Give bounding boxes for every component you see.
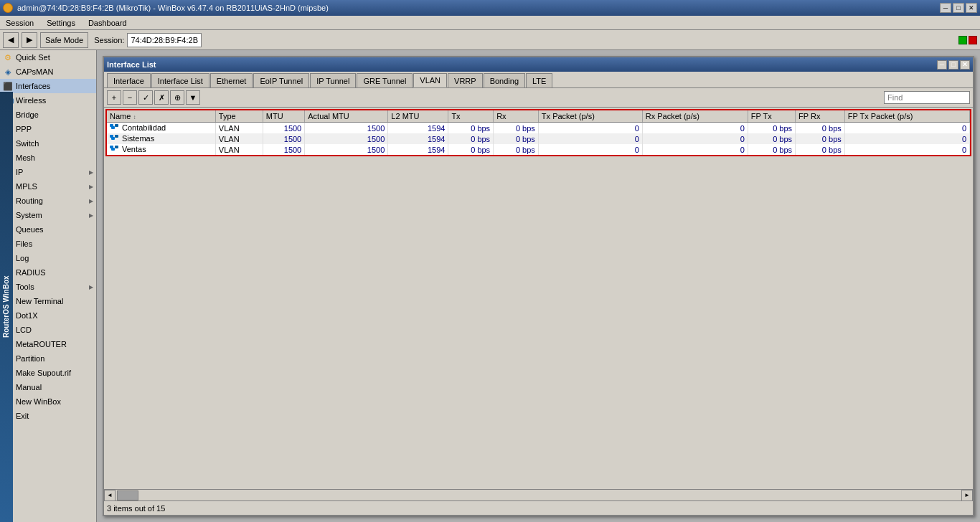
sidebar-item-partition[interactable]: 💾 Partition (0, 351, 96, 366)
sidebar-item-interfaces[interactable]: ⬛ Interfaces (0, 79, 96, 93)
sidebar-item-bridge[interactable]: ⇌ Bridge (0, 108, 96, 122)
col-header-tx[interactable]: Tx (448, 110, 494, 123)
window-control-buttons[interactable]: ─ □ ✕ (937, 60, 970, 70)
horizontal-scrollbar[interactable]: ◄ ► (104, 489, 973, 500)
status-alert-icon (969, 36, 977, 44)
sidebar-item-tools[interactable]: 🔧 Tools ▶ (0, 280, 96, 294)
data-table-container: Name Type MTU Actual MTU (105, 109, 971, 156)
tab-gre-tunnel[interactable]: GRE Tunnel (357, 73, 413, 87)
tab-ip-tunnel[interactable]: IP Tunnel (310, 73, 356, 87)
back-button[interactable]: ◀ (3, 32, 19, 48)
col-header-fp-rx[interactable]: FP Rx (796, 110, 845, 123)
tab-interface-list[interactable]: Interface List (151, 73, 209, 87)
tab-vlan[interactable]: VLAN (413, 73, 447, 87)
sidebar-label-make-supout: Make Supout.rif (16, 369, 71, 377)
col-header-name[interactable]: Name (107, 110, 215, 123)
sidebar-item-quick-set[interactable]: ⚙ Quick Set (0, 50, 96, 65)
tab-ethernet[interactable]: Ethernet (210, 73, 253, 87)
search-input[interactable] (884, 91, 970, 104)
col-header-rx[interactable]: Rx (494, 110, 539, 123)
vlan-interface-icon (110, 124, 120, 131)
session-label: Session: (94, 36, 124, 44)
col-header-tx-packet[interactable]: Tx Packet (p/s) (538, 110, 642, 123)
col-header-actual-mtu[interactable]: Actual MTU (305, 110, 388, 123)
sidebar-item-ppp[interactable]: ⋯ PPP (0, 122, 96, 136)
copy-button[interactable]: ⊕ (170, 90, 184, 105)
remove-button[interactable]: − (123, 90, 137, 105)
window-close-button[interactable]: ✕ (960, 60, 970, 70)
sidebar-item-lcd[interactable]: ▭ LCD (0, 323, 96, 337)
sidebar-item-ip[interactable]: ◉ IP ▶ (0, 165, 96, 179)
row-icon-group: Ventas (110, 145, 146, 153)
svg-rect-2 (115, 124, 118, 127)
cell-type: VLAN (215, 123, 263, 134)
table-wrapper: Name Type MTU Actual MTU (104, 108, 973, 489)
sidebar-item-switch[interactable]: ⇄ Switch (0, 136, 96, 151)
menu-dashboard[interactable]: Dashboard (85, 18, 130, 28)
table-row[interactable]: Sistemas VLAN 1500 1500 1594 0 bps 0 bps… (107, 133, 970, 144)
tab-eoip-tunnel[interactable]: EoIP Tunnel (253, 73, 309, 87)
sidebar-item-radius[interactable]: ◎ RADIUS (0, 265, 96, 280)
cell-rx-packet: 0 (642, 144, 748, 155)
sidebar-item-capsman[interactable]: ◈ CAPsMAN (0, 65, 96, 79)
sidebar-item-routing[interactable]: △ Routing ▶ (0, 194, 96, 208)
col-header-mtu[interactable]: MTU (263, 110, 304, 123)
col-header-fp-tx-packet[interactable]: FP Tx Packet (p/s) (844, 110, 969, 123)
scroll-thumb[interactable] (117, 490, 138, 500)
minimize-button[interactable]: ─ (940, 3, 951, 13)
sidebar-item-wireless[interactable]: ((·)) Wireless (0, 93, 96, 108)
tab-bonding[interactable]: Bonding (484, 73, 525, 87)
sidebar-item-new-winbox[interactable]: 🪟 New WinBox (0, 394, 96, 409)
table-row[interactable]: Contabilidad VLAN 1500 1500 1594 0 bps 0… (107, 123, 970, 134)
scroll-right-button[interactable]: ► (961, 490, 973, 501)
check-button[interactable]: ✓ (138, 90, 153, 105)
sidebar-item-dot1x[interactable]: ■ Dot1X (0, 308, 96, 323)
menu-settings[interactable]: Settings (44, 18, 78, 28)
col-header-l2-mtu[interactable]: L2 MTU (388, 110, 448, 123)
window-maximize-button[interactable]: □ (948, 60, 958, 70)
maximize-button[interactable]: □ (953, 3, 964, 13)
tab-vrrp[interactable]: VRRP (448, 73, 483, 87)
row-icon-group: Sistemas (110, 134, 154, 143)
tab-interface[interactable]: Interface (107, 73, 151, 87)
table-row[interactable]: Ventas VLAN 1500 1500 1594 0 bps 0 bps 0… (107, 144, 970, 155)
menu-session[interactable]: Session (3, 18, 37, 28)
title-bar-buttons[interactable]: ─ □ ✕ (940, 3, 977, 13)
content-area: RouterOS WinBox Interface List ─ □ ✕ Int… (97, 50, 980, 522)
sidebar-item-queues[interactable]: ☰ Queues (0, 222, 96, 237)
col-header-fp-tx[interactable]: FP Tx (748, 110, 795, 123)
tab-lte[interactable]: LTE (526, 73, 552, 87)
session-value: 74:4D:28:B9:F4:2B (127, 33, 202, 47)
tools-arrow-icon: ▶ (89, 284, 93, 290)
forward-button[interactable]: ▶ (22, 32, 37, 48)
sidebar-item-files[interactable]: 📁 Files (0, 237, 96, 251)
sidebar-label-bridge: Bridge (16, 110, 39, 119)
scroll-left-button[interactable]: ◄ (104, 490, 116, 501)
sidebar-item-log[interactable]: 📄 Log (0, 251, 96, 265)
col-header-type[interactable]: Type (215, 110, 263, 123)
col-header-rx-packet[interactable]: Rx Packet (p/s) (642, 110, 748, 123)
sidebar-label-partition: Partition (16, 354, 44, 363)
sidebar-item-manual[interactable]: 📖 Manual (0, 380, 96, 394)
sidebar-label-routing: Routing (16, 196, 43, 205)
sidebar-item-make-supout[interactable]: 🔴 Make Supout.rif (0, 366, 96, 380)
filter-button[interactable]: ▼ (186, 90, 200, 105)
svg-rect-10 (115, 146, 118, 148)
window-minimize-button[interactable]: ─ (937, 60, 947, 70)
sidebar-item-metarouter[interactable]: ◈ MetaROUTER (0, 337, 96, 351)
close-button[interactable]: ✕ (966, 3, 977, 13)
system-arrow-icon: ▶ (89, 212, 93, 219)
sidebar-item-exit[interactable]: ✖ Exit (0, 409, 96, 423)
sidebar-item-new-terminal[interactable]: ▶ New Terminal (0, 294, 96, 308)
safemode-button[interactable]: Safe Mode (40, 32, 88, 48)
sidebar-label-capsman: CAPsMAN (16, 67, 54, 76)
add-button[interactable]: + (107, 90, 121, 105)
sidebar-label-new-terminal: New Terminal (16, 297, 63, 305)
cell-actual-mtu: 1500 (305, 123, 388, 134)
uncheck-button[interactable]: ✗ (154, 90, 169, 105)
table-toolbar: + − ✓ ✗ ⊕ ▼ (104, 88, 973, 108)
sidebar-item-system[interactable]: 🖥 System ▶ (0, 208, 96, 222)
sidebar-item-mesh[interactable]: ⬡ Mesh (0, 151, 96, 165)
sidebar-item-mpls[interactable]: ≡ MPLS ▶ (0, 179, 96, 194)
sidebar-label-exit: Exit (16, 412, 29, 420)
